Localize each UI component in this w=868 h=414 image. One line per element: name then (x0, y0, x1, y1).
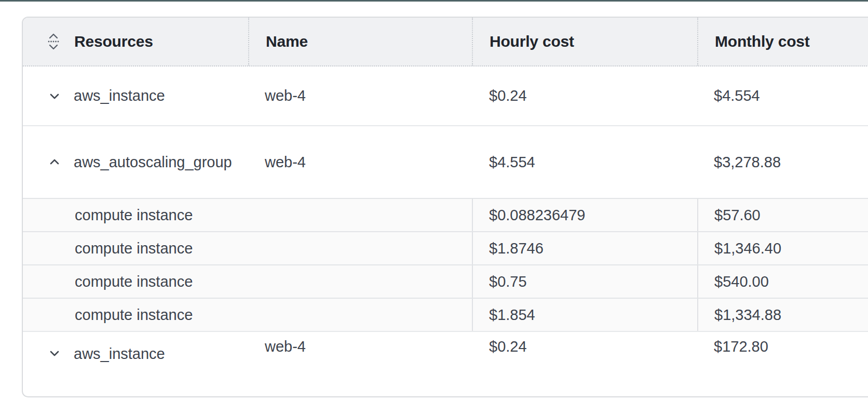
hourly-cost-cell: $0.088236479 (472, 199, 697, 231)
monthly-cost-value: $4.554 (714, 87, 760, 104)
resource-name: web-4 (265, 154, 306, 171)
top-accent-bar (0, 0, 868, 2)
column-header-label: Name (266, 33, 308, 50)
table-subrow: compute instance $0.088236479 $57.60 (23, 198, 868, 231)
name-cell: web-4 (248, 332, 472, 397)
resource-cell[interactable]: aws_autoscaling_group (23, 126, 248, 198)
column-header-label: Resources (74, 33, 153, 50)
hourly-cost-cell: $0.75 (472, 265, 697, 298)
hourly-cost-value: $1.8746 (489, 240, 544, 257)
monthly-cost-value: $1,334.88 (714, 306, 781, 324)
monthly-cost-cell: $57.60 (697, 199, 868, 231)
hourly-cost-value: $0.088236479 (489, 207, 585, 224)
resource-type-label: aws_instance (74, 87, 165, 104)
table-row-resource[interactable]: aws_instance web-4 $0.24 $172.80 (23, 331, 868, 397)
table-subrow: compute instance $1.854 $1,334.88 (23, 298, 868, 331)
hourly-cost-value: $0.24 (489, 87, 527, 104)
resource-name: web-4 (265, 87, 306, 104)
hourly-cost-cell: $4.554 (472, 126, 697, 198)
cost-breakdown-table: Resources Name Hourly cost Monthly cost … (22, 17, 868, 397)
hourly-cost-cell: $0.24 (472, 332, 697, 397)
hourly-cost-value: $1.854 (489, 306, 535, 324)
monthly-cost-value: $1,346.40 (714, 240, 781, 257)
monthly-cost-cell: $4.554 (697, 66, 868, 125)
hourly-cost-cell: $0.24 (472, 66, 697, 125)
monthly-cost-value: $540.00 (714, 273, 769, 290)
hourly-cost-value: $4.554 (489, 154, 535, 171)
monthly-cost-cell: $1,346.40 (697, 232, 868, 264)
column-header-label: Monthly cost (715, 33, 810, 50)
subitem-label-cell: compute instance (23, 232, 472, 264)
table-row-resource[interactable]: aws_instance web-4 $0.24 $4.554 (23, 66, 868, 125)
resource-cell[interactable]: aws_instance (23, 332, 248, 397)
column-header-monthly-cost: Monthly cost (697, 18, 868, 65)
subitem-label: compute instance (75, 273, 193, 290)
monthly-cost-cell: $172.80 (697, 332, 868, 397)
subitem-label-cell: compute instance (23, 199, 472, 231)
monthly-cost-value: $57.60 (714, 207, 761, 224)
subitem-label-cell: compute instance (23, 265, 472, 298)
chevron-up-icon[interactable] (47, 154, 62, 170)
sort-reorder-icon[interactable] (46, 32, 61, 51)
resource-cell[interactable]: aws_instance (23, 66, 248, 125)
chevron-down-icon[interactable] (47, 88, 62, 104)
monthly-cost-cell: $540.00 (697, 265, 868, 298)
table-subrow: compute instance $0.75 $540.00 (23, 264, 868, 298)
resource-name: web-4 (265, 338, 306, 355)
hourly-cost-cell: $1.8746 (472, 232, 697, 264)
monthly-cost-cell: $3,278.88 (697, 126, 868, 198)
column-header-hourly-cost: Hourly cost (472, 18, 697, 65)
hourly-cost-cell: $1.854 (472, 299, 697, 331)
table-row-resource-expanded[interactable]: aws_autoscaling_group web-4 $4.554 $3,27… (23, 125, 868, 198)
chevron-down-icon[interactable] (47, 345, 62, 361)
subitem-label: compute instance (75, 207, 193, 224)
monthly-cost-value: $172.80 (714, 338, 768, 355)
name-cell: web-4 (248, 66, 472, 125)
hourly-cost-value: $0.24 (489, 338, 527, 355)
column-header-resources[interactable]: Resources (23, 18, 248, 65)
monthly-cost-cell: $1,334.88 (697, 299, 868, 331)
resource-type-label: aws_instance (74, 345, 165, 363)
monthly-cost-value: $3,278.88 (714, 154, 781, 171)
column-header-name: Name (248, 18, 472, 65)
table-subrow: compute instance $1.8746 $1,346.40 (23, 231, 868, 264)
subitem-label: compute instance (75, 306, 193, 324)
subitem-label-cell: compute instance (23, 299, 472, 331)
subitem-label: compute instance (75, 240, 193, 257)
table-header-row: Resources Name Hourly cost Monthly cost (23, 18, 868, 66)
column-header-label: Hourly cost (490, 33, 574, 50)
resource-type-label: aws_autoscaling_group (74, 154, 232, 171)
name-cell: web-4 (248, 126, 472, 198)
hourly-cost-value: $0.75 (489, 273, 527, 290)
